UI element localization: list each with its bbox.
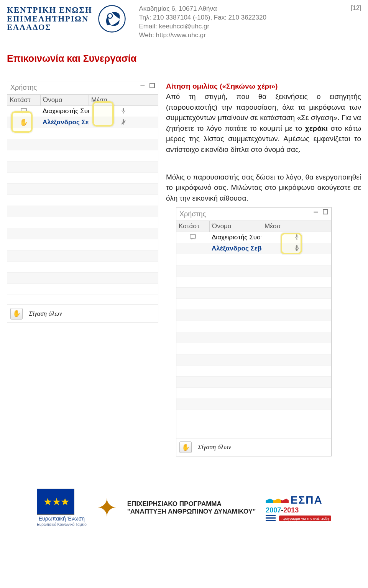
col-status[interactable]: Κατάστ	[7, 95, 41, 105]
para1-hand: χεράκι	[305, 124, 328, 132]
col-name-2[interactable]: Όνομα	[210, 221, 262, 232]
col-name[interactable]: Όνομα	[41, 95, 89, 105]
para2: Μόλις ο παρουσιαστής σας δώσει το λόγο, …	[166, 172, 361, 204]
org-name-line3: ΕΛΛΑΔΟΣ	[7, 23, 92, 32]
contact-phone: Τηλ: 210 3387104 (-106), Fax: 210 362232…	[139, 13, 348, 22]
oper-program-l2: "ΑΝΑΠΤΥΞΗ ΑΝΘΡΩΠΙΝΟΥ ΔΥΝΑΜΙΚΟΥ"	[127, 508, 256, 516]
maximize-icon[interactable]	[150, 83, 155, 88]
mic-muted-icon	[122, 119, 125, 125]
user-row-2-name[interactable]: Αλέξανδρος Σεβασ	[40, 119, 89, 126]
contact-address: Ακαδημίας 6, 10671 Αθήνα	[139, 5, 348, 13]
svg-rect-2	[21, 109, 26, 112]
mic-icon	[122, 108, 125, 114]
greece-flag-icon	[266, 515, 276, 521]
espa-title: ΕΣΠΑ	[291, 494, 323, 506]
hand-icon: ✋	[20, 119, 28, 126]
user2-row-1-name[interactable]: Διαχειριστής Συστήμα	[209, 234, 262, 241]
espa-waves-icon	[266, 497, 289, 503]
mic-icon-2a	[295, 234, 299, 240]
espa-year-1: 2007	[266, 506, 281, 514]
contact-email: Email: keeuhcci@uhc.gr	[139, 22, 348, 31]
users-panel-1: Χρήστης – Κατάστ Όνομα Μέσα	[7, 81, 158, 323]
espa-year-2: 2013	[283, 506, 299, 514]
svg-rect-5	[190, 235, 196, 238]
minimize-icon-2[interactable]: –	[314, 207, 318, 217]
content-title: Αίτηση ομιλίας («Σηκώνω χέρι»)	[166, 82, 278, 90]
footer-logos: ★ ★ ★ Ευρωπαϊκή Ένωση Ευρωπαϊκό Κοινωνικ…	[7, 489, 361, 527]
svg-rect-7	[296, 245, 298, 249]
compass-icon: ✦	[97, 494, 117, 522]
minimize-icon[interactable]: –	[140, 81, 145, 91]
eu-caption: Ευρωπαϊκή Ένωση	[37, 516, 87, 522]
panel-title: Χρήστης	[10, 84, 37, 92]
svg-rect-4	[123, 119, 124, 122]
mute-all-label[interactable]: Σίγαση όλων	[29, 310, 62, 318]
svg-rect-6	[296, 234, 297, 237]
raise-hand-button[interactable]: ✋	[10, 308, 23, 320]
espa-logo: ΕΣΠΑ 2007-2013 πρόγραμμα για την ανάπτυξ…	[266, 494, 331, 521]
contact-block: Ακαδημίας 6, 10671 Αθήνα Τηλ: 210 338710…	[139, 5, 348, 40]
eu-flag-icon: ★ ★ ★	[37, 489, 74, 515]
oper-program-l1: ΕΠΙΧΕΙΡΗΣΙΑΚΟ ΠΡΟΓΡΑΜΜΑ	[127, 500, 256, 508]
svg-rect-3	[123, 108, 124, 111]
oper-program-label: ΕΠΙΧΕΙΡΗΣΙΑΚΟ ΠΡΟΓΡΑΜΜΑ "ΑΝΑΠΤΥΞΗ ΑΝΘΡΩΠ…	[127, 500, 256, 515]
presenter-icon-2	[190, 234, 196, 240]
panel2-title: Χρήστης	[179, 210, 206, 218]
user-row-1-name[interactable]: Διαχειριστής Συστήμα	[40, 107, 89, 115]
user2-row-2-name[interactable]: Αλέξανδρος Σεβαστ	[209, 245, 262, 252]
col-media-2[interactable]: Μέσα	[262, 221, 331, 232]
mic-icon-2b	[294, 245, 299, 252]
org-name-line1: ΚΕΝΤΡΙΚΗ ΕΝΩΣΗ	[7, 6, 92, 15]
raise-hand-button-2[interactable]: ✋	[179, 441, 192, 453]
col-status-2[interactable]: Κατάστ	[176, 221, 210, 232]
espa-sub: πρόγραμμα για την ανάπτυξη	[279, 516, 331, 521]
maximize-icon-2[interactable]	[323, 209, 328, 214]
mute-all-label-2[interactable]: Σίγαση όλων	[198, 443, 231, 451]
eu-subcaption: Ευρωπαϊκό Κοινωνικό Ταμείο	[37, 522, 87, 527]
users-panel-2: Χρήστης – Κατάστ Όνομα Μέσα	[176, 207, 332, 456]
org-name-line2: ΕΠΙΜΕΛΗΤΗΡΙΩΝ	[7, 15, 92, 23]
presenter-icon	[21, 108, 27, 114]
svg-point-0	[99, 5, 125, 32]
section-title: Επικοινωνία και Συνεργασία	[7, 53, 361, 64]
contact-web: Web: http://www.uhc.gr	[139, 31, 348, 40]
page-number: [12]	[351, 5, 361, 12]
col-media[interactable]: Μέσα	[89, 95, 158, 105]
org-logo	[97, 5, 127, 33]
org-name: ΚΕΝΤΡΙΚΗ ΕΝΩΣΗ ΕΠΙΜΕΛΗΤΗΡΙΩΝ ΕΛΛΑΔΟΣ	[7, 6, 92, 32]
svg-point-1	[107, 13, 112, 18]
